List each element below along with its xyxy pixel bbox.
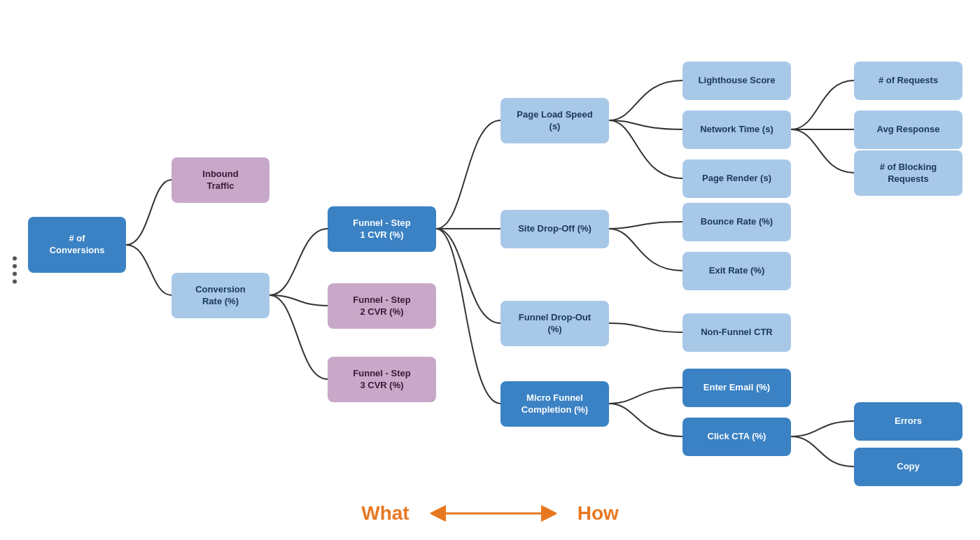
how-label: How [578,502,619,525]
node-funnel_step3[interactable]: Funnel - Step3 CVR (%) [328,357,436,402]
node-site_dropoff[interactable]: Site Drop-Off (%) [500,210,609,248]
node-page_render[interactable]: Page Render (s) [682,159,791,198]
node-exit_rate[interactable]: Exit Rate (%) [682,252,791,290]
node-errors[interactable]: Errors [854,402,962,441]
node-micro_funnel[interactable]: Micro FunnelCompletion (%) [500,381,609,427]
node-enter_email[interactable]: Enter Email (%) [682,369,791,407]
node-funnel_step1[interactable]: Funnel - Step1 CVR (%) [328,206,436,252]
what-label: What [361,502,409,525]
node-bounce_rate[interactable]: Bounce Rate (%) [682,203,791,241]
node-avg_response[interactable]: Avg Response [854,111,962,149]
node-funnel_step2[interactable]: Funnel - Step2 CVR (%) [328,283,436,329]
diagram-container: # ofConversionsInboundTrafficConversionR… [0,0,980,540]
node-network_time[interactable]: Network Time (s) [682,111,791,149]
node-copy[interactable]: Copy [854,448,962,486]
node-click_cta[interactable]: Click CTA (%) [682,418,791,456]
bottom-bar: What How [0,501,980,526]
node-page_load_speed[interactable]: Page Load Speed(s) [500,98,609,143]
node-conversion_rate[interactable]: ConversionRate (%) [172,273,270,318]
node-inbound_traffic[interactable]: InboundTraffic [172,157,270,203]
arrow-indicator [430,501,556,526]
node-funnel_dropout[interactable]: Funnel Drop-Out(%) [500,301,609,346]
node-non_funnel_ctr[interactable]: Non-Funnel CTR [682,313,791,352]
node-conversions[interactable]: # ofConversions [28,217,126,273]
node-num_requests[interactable]: # of Requests [854,62,962,100]
node-num_blocking[interactable]: # of BlockingRequests [854,150,962,196]
node-lighthouse_score[interactable]: Lighthouse Score [682,62,791,100]
dots-indicator [13,257,17,284]
